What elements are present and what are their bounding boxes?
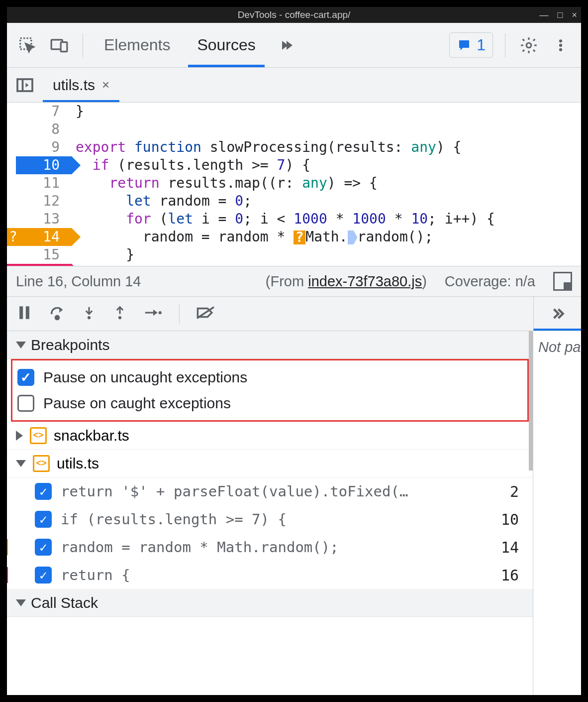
sourcemap-link[interactable]: index-73f73a80.js <box>308 273 422 289</box>
bp-file-utils[interactable]: <> utils.ts <box>7 450 533 477</box>
deactivate-breakpoints-icon[interactable] <box>196 304 215 323</box>
breakpoint-lineno: 10 <box>501 511 524 528</box>
not-paused-text: Not pa <box>538 339 581 355</box>
breakpoints-panel: Breakpoints Pause on uncaught exceptions… <box>7 331 533 695</box>
step-out-icon[interactable] <box>112 304 127 323</box>
line-number[interactable]: 12 <box>7 192 72 210</box>
breakpoint-lineno: 14 <box>501 539 524 556</box>
bp-file-name: utils.ts <box>57 455 99 472</box>
close-icon[interactable]: × <box>572 10 577 20</box>
breakpoint-checkbox[interactable] <box>35 483 52 500</box>
breakpoint-lineno: 16 <box>501 567 524 584</box>
more-tabs-icon[interactable] <box>274 34 296 57</box>
svg-point-13 <box>118 316 121 319</box>
code-line[interactable]: random = random * ?Math.random(); <box>72 228 581 246</box>
cursor-position: Line 16, Column 14 <box>16 273 141 290</box>
settings-icon[interactable] <box>517 34 540 57</box>
svg-rect-7 <box>17 79 32 91</box>
pause-uncaught-label: Pause on uncaught exceptions <box>43 369 247 386</box>
breakpoint-checkbox[interactable] <box>35 567 52 584</box>
line-number[interactable]: 14 <box>7 228 72 246</box>
step-over-icon[interactable] <box>49 304 66 323</box>
chevron-down-icon <box>16 342 26 349</box>
code-line[interactable] <box>72 120 581 138</box>
breakpoint-marker <box>7 539 8 555</box>
issues-badge[interactable]: 1 <box>449 32 493 58</box>
code-content[interactable]: }export function slowProcessing(results:… <box>72 103 581 266</box>
file-icon: <> <box>33 455 50 472</box>
breakpoint-lineno: 2 <box>510 483 524 500</box>
svg-point-3 <box>526 43 531 48</box>
editor-menu-icon[interactable] <box>553 272 572 291</box>
line-number[interactable]: 16 <box>7 264 72 266</box>
code-line[interactable]: for (let i = 0; i < 1000 * 1000 * 10; i+… <box>72 210 581 228</box>
line-gutter[interactable]: 78910111213141516 <box>7 103 72 266</box>
code-line[interactable]: return results.map((r: any) => { <box>72 174 581 192</box>
line-number[interactable]: 11 <box>7 174 72 192</box>
svg-rect-9 <box>19 306 23 319</box>
pause-caught-checkbox[interactable] <box>17 395 34 412</box>
expand-right-icon[interactable] <box>533 297 581 331</box>
file-tab-utils[interactable]: utils.ts × <box>43 68 119 102</box>
svg-point-11 <box>55 316 59 319</box>
device-icon[interactable] <box>48 34 71 57</box>
line-number[interactable]: 7 <box>7 103 72 120</box>
pause-caught-row: Pause on caught exceptions <box>17 390 522 416</box>
line-number[interactable]: 15 <box>7 246 72 264</box>
tab-elements[interactable]: Elements <box>95 23 179 67</box>
breakpoint-line[interactable]: if (results.length >= 7) {10 <box>7 505 533 533</box>
titlebar: DevTools - coffee-cart.app/ — □ × <box>7 7 581 23</box>
breakpoints-header[interactable]: Breakpoints <box>7 331 533 359</box>
navigator-toggle-icon[interactable] <box>7 76 43 94</box>
bp-file-snackbar[interactable]: <> snackbar.ts <box>7 422 533 450</box>
svg-rect-10 <box>26 306 29 319</box>
step-into-icon[interactable] <box>82 304 97 323</box>
scrollbar-thumb[interactable] <box>529 331 533 470</box>
pause-uncaught-checkbox[interactable] <box>17 369 34 386</box>
code-line[interactable]: let random = 0; <box>72 192 581 210</box>
maximize-icon[interactable]: □ <box>558 10 563 20</box>
breakpoint-text: if (results.length >= 7) { <box>61 511 492 528</box>
debugger-toolbar-row <box>7 297 581 331</box>
exception-breakpoints-highlight: Pause on uncaught exceptions Pause on ca… <box>11 359 529 422</box>
kebab-menu-icon[interactable] <box>549 34 572 57</box>
breakpoint-marker <box>7 567 8 583</box>
svg-rect-2 <box>61 42 67 51</box>
close-tab-icon[interactable]: × <box>102 77 109 93</box>
code-line[interactable]: } <box>72 246 581 264</box>
breakpoint-checkbox[interactable] <box>35 511 52 528</box>
svg-point-4 <box>559 39 562 42</box>
line-number[interactable]: 10 <box>16 156 72 174</box>
chevron-down-icon <box>16 599 26 606</box>
breakpoint-checkbox[interactable] <box>35 539 52 556</box>
main-toolbar: Elements Sources 1 <box>7 23 581 68</box>
code-editor[interactable]: 78910111213141516 }export function slowP… <box>7 103 581 266</box>
code-line[interactable]: if (results.length >= 7) { <box>72 156 581 174</box>
line-number[interactable]: 9 <box>7 138 72 156</box>
window-title: DevTools - coffee-cart.app/ <box>238 9 351 20</box>
line-number[interactable]: 13 <box>7 210 72 228</box>
status-bar: Line 16, Column 14 (From index-73f73a80.… <box>7 266 581 297</box>
file-icon: <> <box>30 427 47 444</box>
tab-sources[interactable]: Sources <box>188 23 264 67</box>
right-sidebar: Not pa <box>533 331 581 695</box>
breakpoint-line[interactable]: random = random * Math.random();14 <box>7 533 533 561</box>
code-line[interactable]: export function slowProcessing(results: … <box>72 138 581 156</box>
code-line[interactable]: } <box>72 103 581 120</box>
callstack-header[interactable]: Call Stack <box>7 589 533 617</box>
debugger-toolbar <box>7 297 533 331</box>
file-tabs: utils.ts × <box>7 68 581 103</box>
svg-point-12 <box>88 316 91 319</box>
pause-icon[interactable] <box>16 304 33 323</box>
breakpoint-text: return { <box>61 567 492 584</box>
breakpoint-line[interactable]: return '$' + parseFloat(value).toFixed(…… <box>7 477 533 505</box>
pause-caught-label: Pause on caught exceptions <box>43 395 231 412</box>
sourcemap-from: (From index-73f73a80.js) <box>266 273 427 290</box>
line-number[interactable]: 8 <box>7 120 72 138</box>
step-icon[interactable] <box>143 305 163 322</box>
devtools-window: DevTools - coffee-cart.app/ — □ × Elemen… <box>0 0 588 702</box>
breakpoint-line[interactable]: return {16 <box>7 561 533 589</box>
code-line[interactable]: return { <box>72 264 581 266</box>
minimize-icon[interactable]: — <box>540 10 549 20</box>
inspect-icon[interactable] <box>16 34 39 57</box>
